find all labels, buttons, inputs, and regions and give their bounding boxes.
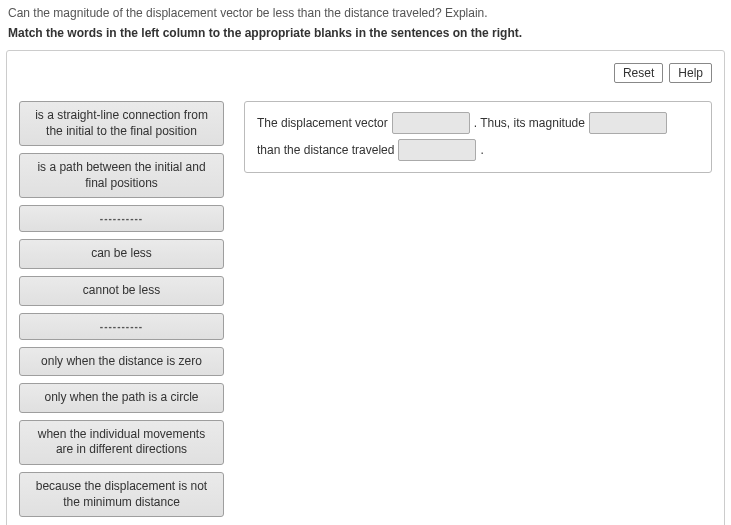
exercise-panel: Reset Help is a straight-line connection… <box>6 50 725 525</box>
word-tile[interactable]: is a path between the initial and final … <box>19 153 224 198</box>
blank-slot[interactable] <box>398 139 476 161</box>
word-tile[interactable]: can be less <box>19 239 224 269</box>
word-tile[interactable]: when the individual movements are in dif… <box>19 420 224 465</box>
sentence-dropzone: The displacement vector . Thus, its magn… <box>244 101 712 173</box>
sentence-text: The displacement vector <box>257 112 388 135</box>
word-tile[interactable]: because the displacement is not the mini… <box>19 472 224 517</box>
help-button[interactable]: Help <box>669 63 712 83</box>
instruction-text: Match the words in the left column to th… <box>8 26 723 40</box>
word-tile[interactable]: is a straight-line connection from the i… <box>19 101 224 146</box>
word-tile[interactable]: only when the path is a circle <box>19 383 224 413</box>
sentence-text: . <box>480 139 483 162</box>
word-tile[interactable]: only when the distance is zero <box>19 347 224 377</box>
question-text: Can the magnitude of the displacement ve… <box>8 6 723 20</box>
blank-slot[interactable] <box>392 112 470 134</box>
blank-slot[interactable] <box>589 112 667 134</box>
toolbar: Reset Help <box>614 63 712 83</box>
sentence-text: than the distance traveled <box>257 139 394 162</box>
word-bank: is a straight-line connection from the i… <box>19 101 224 517</box>
word-tile-divider[interactable]: ---------- <box>19 313 224 340</box>
word-tile[interactable]: cannot be less <box>19 276 224 306</box>
word-tile-divider[interactable]: ---------- <box>19 205 224 232</box>
sentence-text: . Thus, its magnitude <box>474 112 585 135</box>
reset-button[interactable]: Reset <box>614 63 663 83</box>
